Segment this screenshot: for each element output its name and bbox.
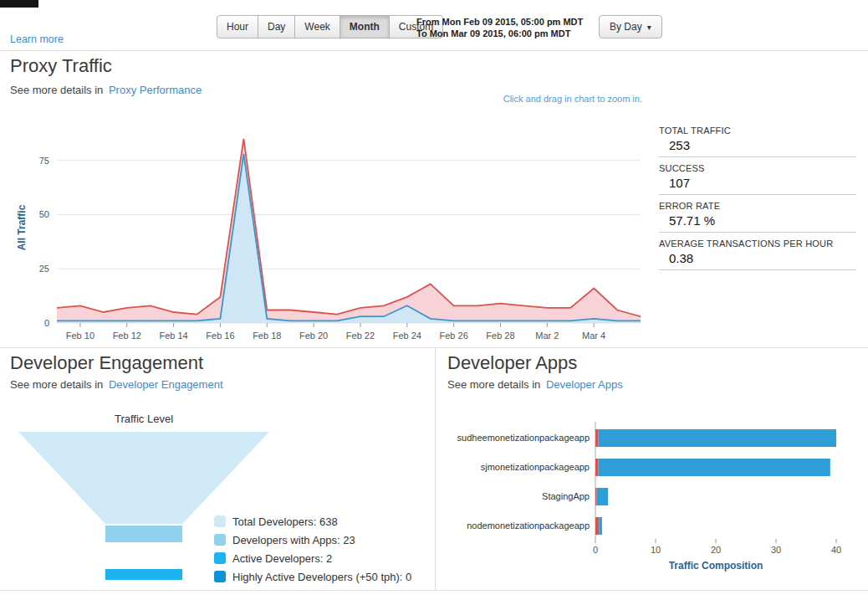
svg-text:Feb 22: Feb 22 [346, 331, 375, 341]
svg-text:Feb 20: Feb 20 [299, 331, 328, 341]
range-button-week[interactable]: Week [294, 15, 340, 38]
range-button-day[interactable]: Day [258, 15, 295, 38]
divider-middle [0, 347, 868, 348]
granularity-label: By Day [610, 21, 642, 33]
proxy-performance-link[interactable]: Proxy Performance [109, 84, 202, 96]
details-prefix: See more details in [10, 84, 103, 96]
svg-text:sjmonetizationpackageapp: sjmonetizationpackageapp [481, 462, 590, 472]
analytics-dashboard: Learn more HourDayWeekMonthCustom From M… [0, 0, 868, 600]
svg-text:0: 0 [44, 318, 49, 328]
details-prefix: See more details in [10, 378, 103, 391]
svg-text:75: 75 [39, 156, 49, 166]
legend-swatch-icon [214, 552, 226, 564]
svg-text:20: 20 [711, 545, 721, 555]
developer-apps-title: Developer Apps [447, 352, 577, 374]
time-range-group: HourDayWeekMonthCustom [217, 15, 443, 38]
navbar-fragment [0, 0, 38, 8]
stat-value: 253 [659, 138, 856, 152]
proxy-traffic-subtitle: See more details in Proxy Performance [10, 84, 202, 96]
details-prefix: See more details in [447, 378, 540, 391]
stat-value: 0.38 [659, 251, 856, 265]
divider-bottom [0, 590, 868, 591]
date-from: From Mon Feb 09 2015, 05:00 pm MDT [416, 16, 583, 28]
range-button-month[interactable]: Month [340, 15, 390, 38]
caret-down-icon: ▾ [647, 23, 651, 32]
legend-row: Highly Active Developers (+50 tph): 0 [214, 567, 411, 586]
svg-text:Feb 24: Feb 24 [393, 331, 421, 341]
stat-row: ERROR RATE57.71 % [659, 201, 856, 233]
svg-text:Mar 2: Mar 2 [535, 331, 559, 341]
svg-text:10: 10 [651, 545, 661, 555]
x-axis-label: Traffic Composition [669, 560, 763, 572]
svg-text:0: 0 [593, 545, 598, 555]
bar-success [596, 488, 608, 505]
y-axis-label: All Traffic [16, 204, 28, 250]
stat-row: TOTAL TRAFFIC253 [659, 126, 856, 157]
legend-label: Developers with Apps: 23 [232, 534, 355, 546]
svg-text:25: 25 [39, 264, 49, 274]
legend-swatch-icon [214, 515, 226, 527]
bar-success [599, 429, 836, 447]
learn-more-link[interactable]: Learn more [10, 33, 64, 45]
legend-row: Total Developers: 638 [214, 512, 411, 531]
bar-errors [595, 429, 599, 447]
funnel-segment-active [105, 569, 182, 580]
legend-label: Highly Active Developers (+50 tph): 0 [232, 571, 411, 583]
funnel-title: Traffic Level [18, 413, 269, 425]
bar-errors [595, 488, 596, 505]
svg-text:Feb 10: Feb 10 [66, 331, 94, 341]
legend-row: Developers with Apps: 23 [214, 531, 411, 549]
legend-row: Active Developers: 2 [214, 549, 411, 567]
stat-value: 57.71 % [659, 213, 856, 228]
bar-errors [595, 517, 599, 535]
stat-label: SUCCESS [659, 163, 856, 173]
svg-text:Feb 12: Feb 12 [113, 331, 141, 341]
developer-engagement-link[interactable]: Developer Engagement [109, 378, 223, 391]
date-to: To Mon Mar 09 2015, 06:00 pm MDT [416, 28, 583, 39]
proxy-stats: TOTAL TRAFFIC253SUCCESS107ERROR RATE57.7… [659, 126, 856, 276]
stat-label: TOTAL TRAFFIC [659, 126, 856, 136]
developer-apps-subtitle: See more details in Developer Apps [447, 378, 623, 391]
funnel-legend: Total Developers: 638Developers with App… [214, 512, 411, 586]
developer-engagement-subtitle: See more details in Developer Engagement [10, 378, 223, 391]
divider-top [0, 50, 868, 51]
svg-text:Feb 14: Feb 14 [159, 331, 187, 341]
developer-apps-link[interactable]: Developer Apps [546, 378, 623, 391]
svg-text:40: 40 [831, 545, 841, 555]
area-all-traffic [57, 139, 641, 323]
bar-success [599, 459, 830, 476]
date-range-text: From Mon Feb 09 2015, 05:00 pm MDT To Mo… [416, 16, 583, 39]
range-button-hour[interactable]: Hour [217, 15, 258, 38]
legend-label: Active Developers: 2 [232, 552, 332, 565]
area-success [57, 154, 641, 323]
proxy-traffic-chart[interactable]: 0255075Feb 10Feb 12Feb 14Feb 16Feb 18Feb… [0, 107, 661, 353]
proxy-traffic-title: Proxy Traffic [10, 55, 112, 77]
divider-vertical [435, 347, 436, 590]
stat-label: ERROR RATE [659, 201, 856, 211]
svg-text:sudheemonetizationpackageapp: sudheemonetizationpackageapp [457, 433, 590, 443]
developer-engagement-title: Developer Engagement [10, 352, 203, 374]
svg-text:Feb 18: Feb 18 [253, 331, 281, 341]
granularity-dropdown-button[interactable]: By Day▾ [599, 15, 662, 38]
svg-text:Mar 4: Mar 4 [582, 331, 605, 341]
stat-row: AVERAGE TRANSACTIONS PER HOUR0.38 [659, 238, 856, 270]
line-all-traffic [57, 139, 641, 316]
stat-row: SUCCESS107 [659, 163, 856, 195]
svg-text:Feb 16: Feb 16 [206, 331, 234, 341]
proxy-traffic-chart-svg[interactable]: 0255075Feb 10Feb 12Feb 14Feb 16Feb 18Feb… [0, 107, 661, 350]
legend-swatch-icon [214, 571, 226, 582]
svg-text:50: 50 [39, 209, 49, 219]
svg-text:30: 30 [771, 545, 781, 555]
developer-apps-chart-svg: 010203040sudheemonetizationpackageappsjm… [443, 417, 861, 580]
funnel-segment-with-apps [105, 526, 182, 542]
svg-text:nodemonetizationpackageapp: nodemonetizationpackageapp [467, 521, 590, 531]
developer-apps-chart: 010203040sudheemonetizationpackageappsjm… [443, 417, 861, 583]
legend-swatch-icon [214, 534, 226, 546]
zoom-hint: Click and drag in chart to zoom in. [418, 94, 642, 104]
svg-text:Feb 26: Feb 26 [440, 331, 468, 341]
stat-value: 107 [659, 176, 856, 190]
bar-errors [595, 459, 599, 476]
svg-text:Feb 28: Feb 28 [486, 331, 514, 341]
line-success [57, 154, 641, 321]
funnel-segment-total [18, 432, 269, 524]
